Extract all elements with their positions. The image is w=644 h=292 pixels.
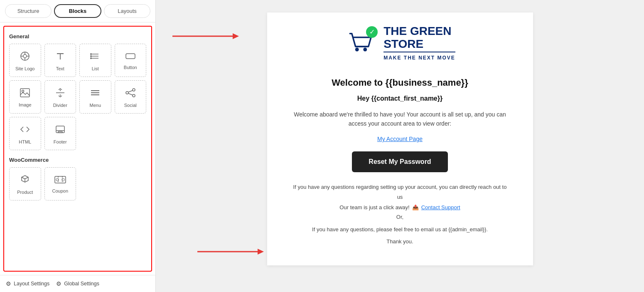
global-settings-label: Global Settings bbox=[64, 281, 99, 287]
email-preview: ✓ THE GREEN STORE MAKE THE NEXT MOVE Wel… bbox=[267, 12, 533, 265]
svg-marker-40 bbox=[258, 249, 264, 255]
social-icon bbox=[125, 87, 136, 100]
svg-rect-15 bbox=[20, 89, 29, 97]
svg-point-41 bbox=[355, 47, 359, 51]
woocommerce-label: WooCommerce bbox=[9, 157, 146, 163]
logo-area: ✓ THE GREEN STORE MAKE THE NEXT MOVE bbox=[344, 25, 455, 61]
block-product-label: Product bbox=[17, 190, 33, 195]
tab-layouts[interactable]: Layouts bbox=[104, 4, 150, 18]
block-html[interactable]: HTML bbox=[9, 117, 41, 150]
block-html-label: HTML bbox=[19, 139, 31, 144]
svg-point-11 bbox=[91, 54, 91, 54]
footer-line1: If you have any questions regarding sett… bbox=[292, 182, 508, 202]
block-social[interactable]: Social bbox=[115, 80, 147, 114]
site-logo-icon bbox=[19, 50, 31, 64]
svg-rect-14 bbox=[126, 54, 135, 59]
contact-support-link[interactable]: Contact Support bbox=[421, 204, 460, 210]
contact-icon: 📤 bbox=[412, 204, 419, 210]
left-panel: Structure Blocks Layouts General bbox=[0, 0, 156, 292]
global-settings-icon: ⚙ bbox=[56, 280, 61, 287]
tab-structure[interactable]: Structure bbox=[5, 4, 52, 18]
layout-settings-label: Layout Settings bbox=[14, 281, 49, 287]
right-panel: ✓ THE GREEN STORE MAKE THE NEXT MOVE Wel… bbox=[156, 0, 644, 292]
block-image[interactable]: Image bbox=[9, 80, 41, 114]
list-icon bbox=[89, 50, 101, 64]
block-list[interactable]: List bbox=[79, 44, 111, 77]
block-divider[interactable]: Divider bbox=[44, 80, 76, 114]
block-site-logo[interactable]: Site Logo bbox=[9, 44, 41, 77]
general-label: General bbox=[9, 33, 146, 40]
block-coupon[interactable]: Coupon bbox=[44, 167, 76, 200]
svg-point-22 bbox=[133, 94, 135, 97]
svg-point-23 bbox=[126, 92, 128, 94]
svg-line-24 bbox=[128, 91, 133, 92]
block-menu[interactable]: Menu bbox=[79, 80, 111, 114]
svg-line-31 bbox=[22, 177, 25, 179]
check-circle: ✓ bbox=[366, 26, 378, 38]
email-header: ✓ THE GREEN STORE MAKE THE NEXT MOVE bbox=[267, 12, 533, 69]
svg-point-16 bbox=[22, 90, 24, 92]
logo-cart: ✓ bbox=[344, 26, 378, 59]
button-icon bbox=[125, 52, 136, 62]
settings-icon: ⚙ bbox=[6, 280, 11, 287]
tab-bar: Structure Blocks Layouts bbox=[0, 0, 155, 22]
block-footer[interactable]: Footer bbox=[44, 117, 76, 150]
logo-text-area: THE GREEN STORE MAKE THE NEXT MOVE bbox=[383, 25, 455, 61]
svg-point-13 bbox=[91, 58, 91, 59]
svg-line-30 bbox=[25, 177, 28, 179]
block-menu-label: Menu bbox=[89, 103, 101, 108]
block-footer-label: Footer bbox=[54, 139, 67, 144]
hey-text: Hey {{contact_first_name}} bbox=[292, 95, 508, 102]
svg-rect-28 bbox=[58, 131, 62, 133]
brand-name-line2: STORE bbox=[383, 38, 455, 51]
html-icon bbox=[19, 124, 31, 137]
block-coupon-label: Coupon bbox=[52, 188, 68, 193]
reset-password-button[interactable]: Reset My Password bbox=[352, 151, 447, 172]
block-button[interactable]: Button bbox=[115, 44, 147, 77]
block-product[interactable]: Product bbox=[9, 167, 41, 200]
block-button-label: Button bbox=[124, 65, 137, 70]
logo-tagline: MAKE THE NEXT MOVE bbox=[383, 55, 455, 61]
logo-underline bbox=[383, 52, 455, 52]
block-divider-label: Divider bbox=[53, 103, 67, 108]
bottom-bar: ⚙ Layout Settings ⚙ Global Settings bbox=[0, 275, 155, 292]
block-social-label: Social bbox=[124, 103, 137, 108]
layout-settings-button[interactable]: ⚙ Layout Settings bbox=[6, 280, 49, 287]
svg-rect-32 bbox=[55, 176, 66, 183]
welcome-heading: Welcome to {{business_name}} bbox=[292, 77, 508, 88]
woocommerce-blocks-grid: Product Coupon bbox=[9, 167, 146, 200]
body-text: Welcome aboard we're thrilled to have yo… bbox=[292, 110, 508, 129]
footer-icon bbox=[54, 124, 66, 137]
svg-point-42 bbox=[363, 47, 367, 51]
image-icon bbox=[19, 87, 31, 100]
blocks-panel: General Site Logo bbox=[3, 26, 152, 272]
svg-marker-38 bbox=[233, 33, 239, 39]
footer-line2: Or, bbox=[292, 212, 508, 222]
account-link[interactable]: My Account Page bbox=[292, 136, 508, 142]
brand-name-line1: THE GREEN bbox=[383, 25, 455, 38]
block-image-label: Image bbox=[19, 102, 32, 107]
block-text-label: Text bbox=[56, 66, 64, 71]
coupon-icon bbox=[54, 175, 66, 186]
text-icon bbox=[54, 50, 66, 64]
svg-line-25 bbox=[128, 94, 133, 95]
block-site-logo-label: Site Logo bbox=[15, 66, 34, 71]
footer-line3: If you have any questions, please feel f… bbox=[292, 225, 508, 234]
block-text[interactable]: Text bbox=[44, 44, 76, 77]
general-blocks-grid: Site Logo Text bbox=[9, 44, 146, 150]
contact-line: Our team is just a click away! 📤 Contact… bbox=[292, 204, 508, 210]
email-body: Welcome to {{business_name}} Hey {{conta… bbox=[267, 69, 533, 266]
svg-point-1 bbox=[23, 54, 27, 58]
product-icon bbox=[19, 174, 31, 187]
svg-point-12 bbox=[91, 56, 91, 57]
footer-line4: Thank you. bbox=[292, 237, 508, 246]
menu-icon bbox=[89, 87, 101, 100]
arrow-top bbox=[172, 30, 239, 42]
tab-blocks[interactable]: Blocks bbox=[54, 4, 101, 18]
divider-icon bbox=[54, 87, 66, 100]
svg-point-21 bbox=[133, 89, 135, 91]
block-list-label: List bbox=[92, 66, 99, 71]
contact-line-text: Our team is just a click away! bbox=[339, 204, 409, 210]
global-settings-button[interactable]: ⚙ Global Settings bbox=[56, 280, 99, 287]
arrow-bottom bbox=[197, 245, 264, 258]
